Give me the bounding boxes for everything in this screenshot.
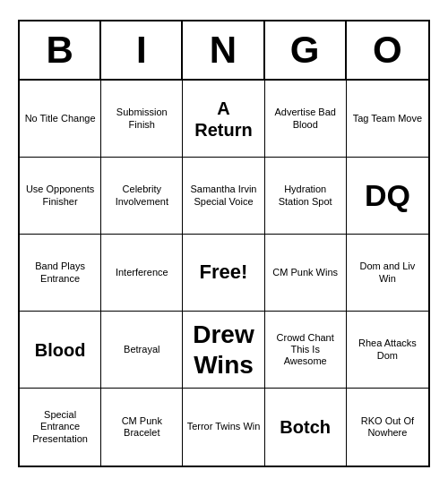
cell-10: Band Plays Entrance [20, 235, 101, 312]
cell-24: RKO Out Of Nowhere [347, 389, 428, 466]
cell-15: Blood [20, 312, 101, 389]
bingo-card: B I N G O No Title Change Submission Fin… [18, 20, 430, 467]
cell-18: Crowd Chant This Is Awesome [265, 312, 347, 389]
cell-14: Dom and Liv Win [347, 235, 428, 312]
cell-11: Interference [101, 235, 183, 312]
bingo-grid: No Title Change Submission Finish A Retu… [20, 81, 428, 466]
header-g: G [265, 21, 347, 79]
cell-23: Botch [265, 389, 347, 466]
cell-8: Hydration Station Spot [265, 158, 347, 235]
cell-6: Celebrity Involvement [101, 158, 183, 235]
cell-21: CM Punk Bracelet [101, 389, 183, 466]
header-n: N [183, 21, 264, 79]
cell-4: Tag Team Move [347, 81, 428, 158]
header-o: O [347, 21, 428, 79]
cell-19: Rhea Attacks Dom [347, 312, 428, 389]
cell-1: Submission Finish [101, 81, 183, 158]
cell-5: Use Opponents Finisher [20, 158, 101, 235]
cell-16: Betrayal [101, 312, 183, 389]
cell-3: Advertise Bad Blood [265, 81, 347, 158]
cell-7: Samantha Irvin Special Voice [183, 158, 264, 235]
cell-0: No Title Change [20, 81, 101, 158]
header-b: B [20, 21, 101, 79]
cell-9: DQ [347, 158, 428, 235]
cell-2: A Return [183, 81, 264, 158]
cell-22: Terror Twins Win [183, 389, 264, 466]
cell-13: CM Punk Wins [265, 235, 347, 312]
cell-20: Special Entrance Presentation [20, 389, 101, 466]
bingo-header: B I N G O [20, 21, 428, 81]
cell-12-free: Free! [183, 235, 264, 312]
cell-17: Drew Wins [183, 312, 264, 389]
header-i: I [101, 21, 183, 79]
